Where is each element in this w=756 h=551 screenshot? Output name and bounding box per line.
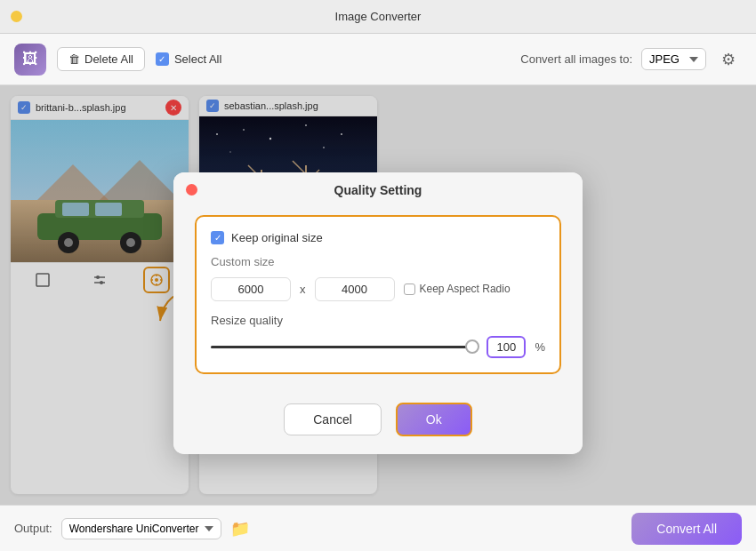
quality-settings-modal: Quality Setting ✓ Keep original size Cus…	[173, 172, 583, 454]
size-separator: x	[300, 283, 306, 296]
convert-label: Convert all images to:	[520, 52, 632, 66]
format-select[interactable]: JPEG PNG WEBP BMP TIFF	[641, 48, 706, 70]
width-input[interactable]	[211, 277, 291, 301]
modal-overlay: Quality Setting ✓ Keep original size Cus…	[0, 85, 756, 505]
window-controls	[11, 11, 22, 22]
modal-close-button[interactable]	[186, 184, 197, 196]
ok-button[interactable]: Ok	[396, 403, 472, 436]
quality-percent: %	[535, 340, 545, 354]
output-label: Output:	[14, 522, 52, 535]
bottom-bar: Output: Wondershare UniConverter 📁 Conve…	[0, 505, 756, 551]
keep-original-row: ✓ Keep original size	[211, 231, 545, 244]
browse-folder-button[interactable]: 📁	[230, 519, 250, 539]
global-settings-button[interactable]: ⚙	[715, 46, 742, 73]
window-title: Image Converter	[335, 10, 422, 23]
keep-aspect-label[interactable]: Keep Aspect Radio	[404, 283, 511, 295]
height-input[interactable]	[315, 277, 395, 301]
delete-all-button[interactable]: 🗑 Delete All	[57, 47, 145, 71]
cancel-button[interactable]: Cancel	[284, 403, 382, 435]
resize-quality-label: Resize quality	[211, 314, 545, 327]
app-icon: 🖼	[22, 50, 38, 68]
slider-row: %	[211, 336, 545, 358]
quality-slider[interactable]	[211, 338, 478, 355]
aspect-checkbox[interactable]	[404, 283, 415, 295]
keep-original-checkbox[interactable]: ✓	[211, 231, 224, 244]
keep-original-label: Keep original size	[231, 231, 323, 244]
checkbox-checked-icon: ✓	[156, 52, 169, 66]
delete-icon: 🗑	[68, 52, 80, 66]
convert-all-button[interactable]: Convert All	[631, 513, 742, 545]
quality-value-input[interactable]	[487, 336, 526, 358]
output-path-select[interactable]: Wondershare UniConverter	[61, 518, 221, 539]
modal-titlebar: Quality Setting	[173, 172, 583, 204]
close-dot[interactable]	[11, 11, 22, 22]
select-all-checkbox[interactable]: ✓ Select All	[156, 52, 221, 66]
modal-body: ✓ Keep original size Custom size x Keep …	[173, 204, 583, 392]
title-bar: Image Converter	[0, 0, 756, 34]
modal-title: Quality Setting	[334, 183, 422, 197]
quality-settings-section: ✓ Keep original size Custom size x Keep …	[195, 215, 561, 374]
toolbar: 🖼 🗑 Delete All ✓ Select All Convert all …	[0, 34, 756, 85]
toolbar-right: Convert all images to: JPEG PNG WEBP BMP…	[520, 46, 742, 73]
main-area: ✓ brittani-b...splash.jpg ✕	[0, 85, 756, 505]
modal-footer: Cancel Ok	[173, 392, 583, 454]
size-inputs-row: x Keep Aspect Radio	[211, 277, 545, 301]
custom-size-label: Custom size	[211, 255, 545, 268]
app-logo: 🖼	[14, 44, 46, 76]
